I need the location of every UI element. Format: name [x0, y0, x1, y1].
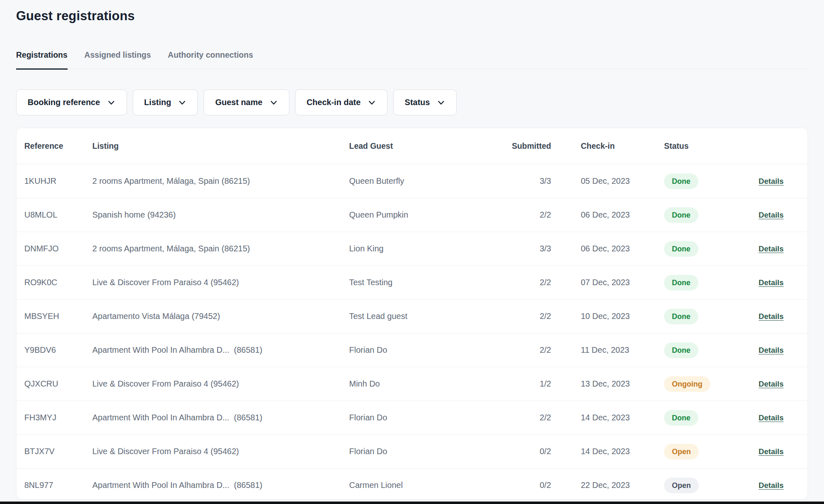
details-link[interactable]: Details [758, 346, 784, 354]
cell-status: Done [664, 241, 757, 257]
details-link[interactable]: Details [758, 177, 784, 185]
cell-listing: Spanish home (94236) [92, 210, 349, 220]
table-row: RO9K0C Live & Discover From Paraiso 4 (9… [16, 265, 808, 299]
details-link[interactable]: Details [758, 481, 784, 490]
cell-check-in: 14 Dec, 2023 [551, 413, 664, 422]
chevron-down-icon [178, 98, 186, 107]
cell-submitted: 3/3 [510, 176, 551, 186]
details-link[interactable]: Details [758, 211, 784, 219]
tab-authority-connections[interactable]: Authority connections [168, 50, 253, 70]
cell-details: Details [757, 278, 784, 287]
status-badge: Done [664, 173, 698, 189]
page-title: Guest registrations [16, 7, 808, 25]
cell-reference: 1KUHJR [24, 176, 92, 186]
guest-registrations-page: Guest registrations Registrations Assign… [0, 7, 824, 499]
cell-check-in: 11 Dec, 2023 [551, 345, 664, 355]
cell-status: Done [664, 342, 757, 358]
cell-details: Details [757, 379, 784, 389]
status-badge: Ongoing [664, 376, 710, 392]
chevron-down-icon [368, 98, 376, 107]
column-header-submitted: Submitted [510, 141, 551, 151]
cell-listing: Live & Discover From Paraiso 4 (95462) [92, 447, 349, 456]
cell-status: Done [664, 207, 757, 223]
cell-status: Open [664, 478, 757, 493]
filter-booking-reference-label: Booking reference [28, 98, 100, 107]
filter-listing-label: Listing [144, 98, 171, 107]
cell-listing: Apartment With Pool In Alhambra D... (86… [92, 413, 349, 422]
cell-check-in: 13 Dec, 2023 [551, 379, 664, 389]
filter-guest-name-label: Guest name [215, 98, 262, 107]
cell-submitted: 2/2 [510, 413, 551, 422]
cell-details: Details [757, 312, 784, 321]
cell-details: Details [757, 447, 784, 456]
cell-reference: Y9BDV6 [24, 345, 92, 355]
details-link[interactable]: Details [758, 244, 784, 253]
cell-lead-guest: Lion King [349, 244, 510, 253]
cell-lead-guest: Florian Do [349, 447, 510, 456]
details-link[interactable]: Details [758, 447, 784, 456]
cell-reference: RO9K0C [24, 278, 92, 287]
cell-details: Details [757, 481, 784, 490]
chevron-down-icon [107, 98, 115, 107]
column-header-reference: Reference [24, 141, 92, 151]
tab-registrations[interactable]: Registrations [16, 50, 68, 70]
cell-reference: DNMFJO [24, 244, 92, 253]
tab-assigned-listings[interactable]: Assigned listings [85, 50, 151, 70]
filter-listing[interactable]: Listing [133, 89, 198, 115]
cell-listing: Apartment With Pool In Alhambra D... (86… [92, 481, 349, 490]
cell-submitted: 0/2 [510, 447, 551, 456]
cell-status: Open [664, 444, 757, 459]
details-link[interactable]: Details [758, 312, 784, 321]
cell-details: Details [757, 244, 784, 253]
details-link[interactable]: Details [758, 380, 784, 388]
cell-reference: U8MLOL [24, 210, 92, 220]
filter-bar: Booking reference Listing Guest name Che… [16, 89, 808, 115]
filter-guest-name[interactable]: Guest name [204, 89, 289, 115]
cell-listing: Live & Discover From Paraiso 4 (95462) [92, 379, 349, 389]
filter-status[interactable]: Status [393, 89, 457, 115]
cell-listing: 2 rooms Apartment, Málaga, Spain (86215) [92, 244, 349, 253]
status-badge: Open [664, 444, 699, 459]
table-row: 1KUHJR 2 rooms Apartment, Málaga, Spain … [16, 164, 808, 198]
table-header-row: Reference Listing Lead Guest Submitted C… [16, 128, 808, 164]
table-row: FH3MYJ Apartment With Pool In Alhambra D… [16, 401, 808, 434]
cell-status: Ongoing [664, 376, 757, 392]
filter-check-in-date-label: Check-in date [307, 98, 361, 107]
cell-check-in: 22 Dec, 2023 [551, 481, 664, 490]
cell-lead-guest: Carmen Lionel [349, 481, 510, 490]
cell-status: Done [664, 173, 757, 189]
cell-submitted: 3/3 [510, 244, 551, 253]
cell-details: Details [757, 210, 784, 220]
cell-lead-guest: Florian Do [349, 413, 510, 422]
status-badge: Done [664, 241, 698, 257]
cell-reference: MBSYEH [24, 312, 92, 321]
status-badge: Done [664, 342, 698, 358]
cell-check-in: 07 Dec, 2023 [551, 278, 664, 287]
cell-lead-guest: Minh Do [349, 379, 510, 389]
status-badge: Done [664, 410, 698, 426]
cell-lead-guest: Test Lead guest [349, 312, 510, 321]
filter-booking-reference[interactable]: Booking reference [16, 89, 127, 115]
cell-lead-guest: Florian Do [349, 345, 510, 355]
cell-submitted: 2/2 [510, 345, 551, 355]
table-row: 8NL977 Apartment With Pool In Alhambra D… [16, 468, 808, 499]
cell-reference: BTJX7V [24, 447, 92, 456]
column-header-lead-guest: Lead Guest [349, 141, 510, 151]
cell-reference: FH3MYJ [24, 413, 92, 422]
column-header-listing: Listing [92, 141, 349, 151]
table-row: MBSYEH Apartamento Vista Málaga (79452) … [16, 299, 808, 333]
cell-reference: 8NL977 [24, 481, 92, 490]
cell-listing: Live & Discover From Paraiso 4 (95462) [92, 278, 349, 287]
window-bottom-edge [0, 502, 824, 504]
cell-check-in: 06 Dec, 2023 [551, 244, 664, 253]
cell-lead-guest: Queen Pumpkin [349, 210, 510, 220]
details-link[interactable]: Details [758, 413, 784, 422]
cell-check-in: 10 Dec, 2023 [551, 312, 664, 321]
filter-status-label: Status [405, 98, 430, 107]
cell-lead-guest: Queen Buterfly [349, 176, 510, 186]
details-link[interactable]: Details [758, 278, 784, 287]
cell-status: Done [664, 309, 757, 324]
table-body: 1KUHJR 2 rooms Apartment, Málaga, Spain … [16, 164, 808, 499]
cell-lead-guest: Test Testing [349, 278, 510, 287]
filter-check-in-date[interactable]: Check-in date [295, 89, 387, 115]
